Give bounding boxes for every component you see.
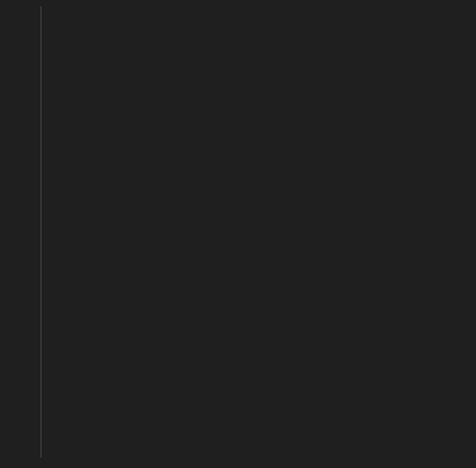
code-editor[interactable] bbox=[0, 0, 476, 468]
fold-rail bbox=[41, 6, 41, 458]
